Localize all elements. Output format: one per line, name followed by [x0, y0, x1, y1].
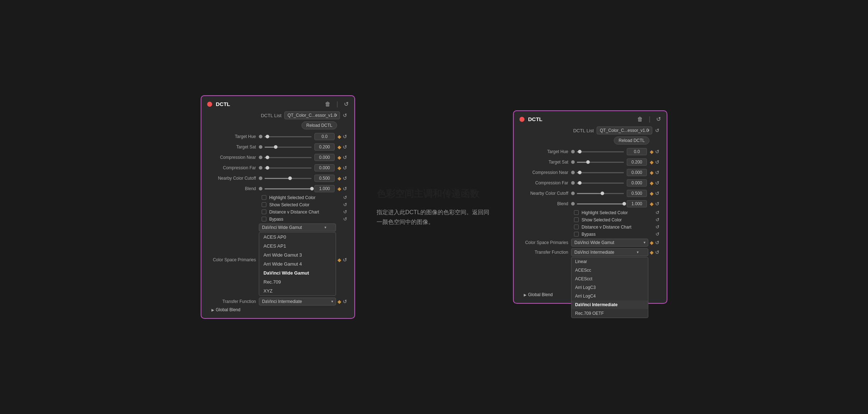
- dctl-list-reset-left[interactable]: ↺: [343, 112, 347, 118]
- transfer-fn-select-right[interactable]: DaVinci Intermediate ▼: [571, 248, 648, 256]
- option-davinci-wg-left[interactable]: DaVinci Wide Gamut: [259, 268, 336, 277]
- color-space-reset-right[interactable]: ↺: [655, 240, 659, 245]
- comp-far-diamond-right[interactable]: ◆: [650, 180, 654, 186]
- blend-reset-left[interactable]: ↺: [343, 186, 347, 192]
- option-aces-ap0-left[interactable]: ACES AP0: [259, 233, 336, 242]
- checkbox-show-box-right[interactable]: [574, 217, 579, 222]
- comp-near-value-right[interactable]: [627, 169, 647, 176]
- checkbox-show-reset-right[interactable]: ↺: [655, 217, 659, 222]
- color-space-diamond-right[interactable]: ◆: [650, 240, 654, 245]
- tf-option-arri-logc3[interactable]: Arri LogC3: [571, 283, 648, 292]
- target-hue-diamond-left[interactable]: ◆: [337, 134, 341, 139]
- nearby-reset-left[interactable]: ↺: [343, 175, 347, 181]
- target-sat-value-right[interactable]: [627, 158, 647, 166]
- comp-far-value-left[interactable]: [314, 164, 335, 171]
- checkbox-dist-reset-left[interactable]: ↺: [343, 209, 347, 215]
- target-sat-value-left[interactable]: [314, 143, 335, 151]
- option-xyz-left[interactable]: XYZ: [259, 286, 336, 295]
- color-space-select-right[interactable]: DaVinci Wide Gamut: [571, 239, 648, 247]
- checkbox-bypass-box-left[interactable]: [262, 217, 266, 221]
- trash-button-left[interactable]: 🗑: [325, 101, 331, 107]
- transfer-fn-diamond-right[interactable]: ◆: [650, 249, 654, 255]
- nearby-track-right[interactable]: [577, 193, 624, 194]
- option-arri-wg4-left[interactable]: Arri Wide Gamut 4: [259, 259, 336, 268]
- tf-option-rec709-oetf[interactable]: Rec.709 OETF: [571, 309, 648, 318]
- blend-diamond-left[interactable]: ◆: [337, 186, 341, 192]
- nearby-value-right[interactable]: [627, 190, 647, 197]
- target-hue-value-left[interactable]: [314, 133, 335, 140]
- option-rec709-left[interactable]: Rec.709: [259, 277, 336, 286]
- nearby-diamond-right[interactable]: ◆: [650, 190, 654, 196]
- target-hue-reset-left[interactable]: ↺: [343, 134, 347, 139]
- tf-option-arri-logc4[interactable]: Arri LogC4: [571, 292, 648, 300]
- comp-far-track-left[interactable]: [265, 167, 312, 169]
- transfer-fn-reset-right[interactable]: ↺: [655, 249, 659, 255]
- target-sat-track-right[interactable]: [577, 162, 624, 163]
- blend-value-left[interactable]: [314, 185, 335, 192]
- checkbox-show-reset-left[interactable]: ↺: [343, 202, 347, 207]
- comp-near-track-right[interactable]: [577, 172, 624, 173]
- color-space-select-left[interactable]: DaVinci Wide Gamut ▼: [259, 224, 336, 231]
- checkbox-highlight-reset-left[interactable]: ↺: [343, 195, 347, 200]
- target-hue-value-right[interactable]: [627, 148, 647, 155]
- trash-button-right[interactable]: 🗑: [637, 116, 643, 123]
- checkbox-bypass-box-right[interactable]: [574, 232, 579, 236]
- tf-option-davinci-intermediate[interactable]: DaVinci Intermediate: [571, 300, 648, 309]
- checkbox-highlight-box-right[interactable]: [574, 210, 579, 215]
- nearby-diamond-left[interactable]: ◆: [337, 175, 341, 181]
- color-space-diamond-left[interactable]: ◆: [337, 257, 341, 263]
- reload-dctl-button-left[interactable]: Reload DCTL: [302, 121, 337, 129]
- transfer-fn-reset-left[interactable]: ↺: [343, 299, 347, 304]
- blend-track-right[interactable]: [577, 203, 624, 204]
- tf-option-linear[interactable]: Linear: [571, 257, 648, 266]
- color-space-reset-left[interactable]: ↺: [343, 257, 347, 263]
- comp-far-value-right[interactable]: [627, 179, 647, 187]
- comp-far-reset-left[interactable]: ↺: [343, 165, 347, 171]
- target-sat-diamond-right[interactable]: ◆: [650, 159, 654, 165]
- blend-value-right[interactable]: [627, 200, 647, 207]
- comp-near-reset-left[interactable]: ↺: [343, 155, 347, 160]
- comp-near-value-left[interactable]: [314, 154, 335, 161]
- checkbox-show-box-left[interactable]: [262, 202, 266, 207]
- checkbox-dist-reset-right[interactable]: ↺: [655, 224, 659, 230]
- dctl-list-select-right[interactable]: QT_Color_C...essor_v1.0: [597, 126, 652, 134]
- transfer-fn-select-left[interactable]: DaVinci Intermediate: [259, 298, 336, 305]
- comp-near-reset-right[interactable]: ↺: [655, 170, 659, 175]
- nearby-track-left[interactable]: [265, 178, 312, 179]
- target-sat-reset-right[interactable]: ↺: [655, 159, 659, 165]
- comp-near-diamond-right[interactable]: ◆: [650, 170, 654, 175]
- dctl-list-reset-right[interactable]: ↺: [655, 128, 659, 133]
- target-sat-diamond-left[interactable]: ◆: [337, 144, 341, 150]
- checkbox-dist-box-left[interactable]: [262, 210, 266, 214]
- blend-reset-right[interactable]: ↺: [655, 201, 659, 207]
- target-sat-track-left[interactable]: [265, 147, 312, 148]
- target-hue-reset-right[interactable]: ↺: [655, 149, 659, 155]
- checkbox-bypass-reset-left[interactable]: ↺: [343, 216, 347, 222]
- nearby-reset-right[interactable]: ↺: [655, 190, 659, 196]
- comp-far-track-right[interactable]: [577, 183, 624, 184]
- comp-far-reset-right[interactable]: ↺: [655, 180, 659, 186]
- target-sat-reset-left[interactable]: ↺: [343, 144, 347, 150]
- comp-near-track-left[interactable]: [265, 157, 312, 158]
- dctl-list-select-left[interactable]: QT_Color_C...essor_v1.0: [284, 111, 340, 119]
- option-aces-ap1-left[interactable]: ACES AP1: [259, 242, 336, 250]
- comp-near-diamond-left[interactable]: ◆: [337, 155, 341, 160]
- target-hue-track-right[interactable]: [577, 151, 624, 152]
- blend-diamond-right[interactable]: ◆: [650, 201, 654, 207]
- checkbox-highlight-reset-right[interactable]: ↺: [655, 210, 659, 215]
- blend-track-left[interactable]: [265, 188, 312, 189]
- checkbox-highlight-box-left[interactable]: [262, 195, 266, 200]
- comp-far-diamond-left[interactable]: ◆: [337, 165, 341, 171]
- tf-option-acescct[interactable]: ACEScct: [571, 275, 648, 283]
- checkbox-dist-box-right[interactable]: [574, 225, 579, 229]
- reload-dctl-button-right[interactable]: Reload DCTL: [614, 137, 649, 144]
- target-hue-diamond-right[interactable]: ◆: [650, 149, 654, 155]
- reset-button-left[interactable]: ↺: [344, 101, 349, 107]
- checkbox-bypass-reset-right[interactable]: ↺: [655, 231, 659, 237]
- reset-button-right[interactable]: ↺: [656, 116, 661, 123]
- nearby-value-left[interactable]: [314, 175, 335, 182]
- target-hue-track-left[interactable]: [265, 136, 312, 137]
- option-arri-wg3-left[interactable]: Arri Wide Gamut 3: [259, 250, 336, 259]
- transfer-fn-diamond-left[interactable]: ◆: [337, 299, 341, 304]
- tf-option-acescc[interactable]: ACEScc: [571, 266, 648, 275]
